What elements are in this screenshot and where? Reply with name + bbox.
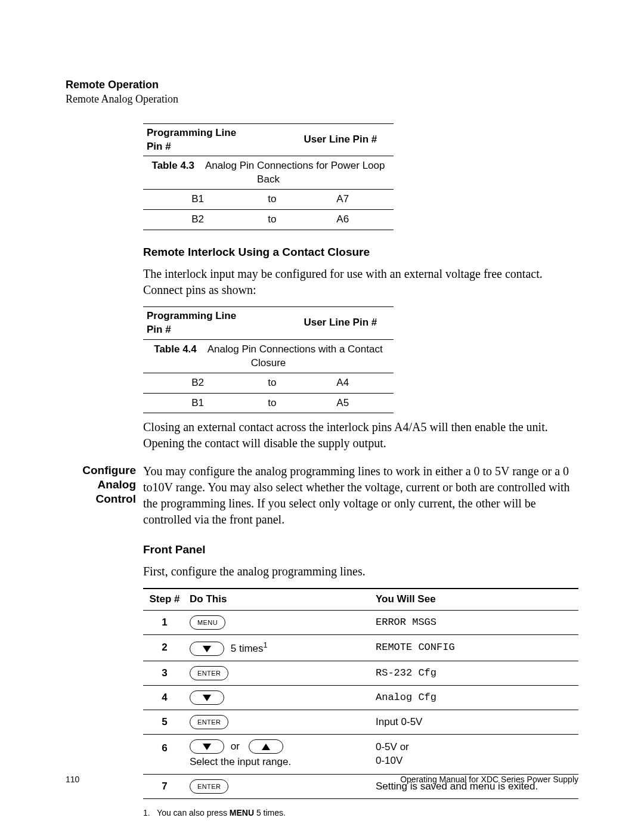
footnote-num: 1.	[143, 808, 150, 817]
step-see: 0-5V or 0-10V	[372, 735, 578, 775]
interlock-p1: The interlock input may be configured fo…	[143, 266, 578, 298]
cell: to	[252, 190, 292, 210]
footnote-ref: 1	[264, 640, 268, 649]
or-text: or	[231, 741, 240, 752]
cell: B1	[143, 190, 252, 210]
cell: A6	[292, 210, 394, 230]
cell: B2	[143, 210, 252, 230]
step-number: 1	[143, 611, 186, 635]
up-arrow-button	[249, 739, 283, 754]
enter-button: ENTER	[190, 715, 228, 729]
cell: A5	[292, 393, 394, 413]
table-header-row: Programming Line Pin # User Line Pin #	[143, 123, 394, 156]
step-note: Select the input range.	[190, 755, 369, 769]
step-number: 5	[143, 710, 186, 735]
step-do: 5 times1	[186, 635, 372, 661]
col-prog-pin: Programming Line Pin #	[143, 306, 252, 339]
enter-button: ENTER	[190, 666, 228, 680]
step-do: or Select the input range.	[186, 735, 372, 775]
configure-p1: You may configure the analog programming…	[143, 463, 578, 528]
step-see: Analog Cfg	[372, 686, 578, 710]
cell: A4	[292, 373, 394, 393]
col-do-this: Do This	[186, 589, 372, 610]
footnote-pre: You can also press	[157, 808, 230, 817]
header-subtitle: Remote Analog Operation	[66, 92, 578, 106]
cell: to	[252, 210, 292, 230]
table-row: B1 to A7	[143, 190, 394, 210]
col-user-pin: User Line Pin #	[292, 123, 394, 156]
table-4-4-caption: Analog Pin Connections with a Contact Cl…	[208, 343, 383, 368]
col-user-pin: User Line Pin #	[292, 306, 394, 339]
step-see: RS-232 Cfg	[372, 661, 578, 686]
col-middle	[252, 306, 292, 339]
step-number: 3	[143, 661, 186, 686]
footer-text: Operating Manual for XDC Series Power Su…	[400, 774, 578, 785]
steps-table: Step # Do This You Will See 1 MENU ERROR…	[143, 588, 578, 799]
step-do: ENTER	[186, 661, 372, 686]
step-number: 6	[143, 735, 186, 775]
cell: to	[252, 393, 292, 413]
step-do: ENTER	[186, 710, 372, 735]
down-arrow-button	[190, 642, 224, 656]
table-4-4-number: Table 4.4	[154, 343, 197, 355]
table-row: 2 5 times1 REMOTE CONFIG	[143, 635, 578, 661]
footnote-post: 5 times.	[254, 808, 286, 817]
step-after: 5 times	[231, 643, 264, 654]
menu-button: MENU	[190, 615, 225, 630]
header-title: Remote Operation	[66, 78, 578, 92]
step-see: REMOTE CONFIG	[372, 635, 578, 661]
step-see: ERROR MSGS	[372, 611, 578, 635]
table-row: 5 ENTER Input 0-5V	[143, 710, 578, 735]
col-middle	[252, 123, 292, 156]
front-panel-intro: First, configure the analog programming …	[143, 563, 578, 580]
cell: B2	[143, 373, 252, 393]
step-do	[186, 686, 372, 710]
cell: to	[252, 373, 292, 393]
triangle-down-icon	[203, 646, 211, 652]
margin-label-configure: Configure Analog Control	[66, 463, 136, 506]
table-4-3-caption: Analog Pin Connections for Power Loop Ba…	[205, 160, 385, 185]
col-prog-pin: Programming Line Pin #	[143, 123, 252, 156]
down-arrow-button	[190, 690, 224, 705]
page-number: 110	[66, 774, 79, 785]
col-step: Step #	[143, 589, 186, 610]
footnote: 1. You can also press MENU 5 times.	[143, 807, 578, 819]
table-row: 6 or Select the input range.	[143, 735, 578, 775]
table-row: 4 Analog Cfg	[143, 686, 578, 710]
table-header-row: Step # Do This You Will See	[143, 589, 578, 610]
step-number: 4	[143, 686, 186, 710]
cell: A7	[292, 190, 394, 210]
triangle-down-icon	[203, 695, 211, 701]
table-4-4: Table 4.4 Analog Pin Connections with a …	[143, 306, 394, 414]
triangle-down-icon	[203, 744, 211, 750]
table-row: 3 ENTER RS-232 Cfg	[143, 661, 578, 686]
col-you-will-see: You Will See	[372, 589, 578, 610]
step-see: Input 0-5V	[372, 710, 578, 735]
step-do: MENU	[186, 611, 372, 635]
triangle-up-icon	[262, 744, 270, 750]
table-row: 1 MENU ERROR MSGS	[143, 611, 578, 635]
table-header-row: Programming Line Pin # User Line Pin #	[143, 306, 394, 339]
table-4-3-number: Table 4.3	[152, 160, 195, 171]
step-number: 2	[143, 635, 186, 661]
down-arrow-button	[190, 739, 224, 754]
footnote-bold: MENU	[230, 808, 254, 817]
heading-front-panel: Front Panel	[143, 542, 578, 558]
interlock-p2: Closing an external contact across the i…	[143, 419, 578, 451]
table-row: B2 to A4	[143, 373, 394, 393]
table-row: B1 to A5	[143, 393, 394, 413]
table-4-3: Table 4.3 Analog Pin Connections for Pow…	[143, 123, 394, 231]
heading-remote-interlock: Remote Interlock Using a Contact Closure	[143, 244, 578, 260]
cell: B1	[143, 393, 252, 413]
table-row: B2 to A6	[143, 210, 394, 230]
